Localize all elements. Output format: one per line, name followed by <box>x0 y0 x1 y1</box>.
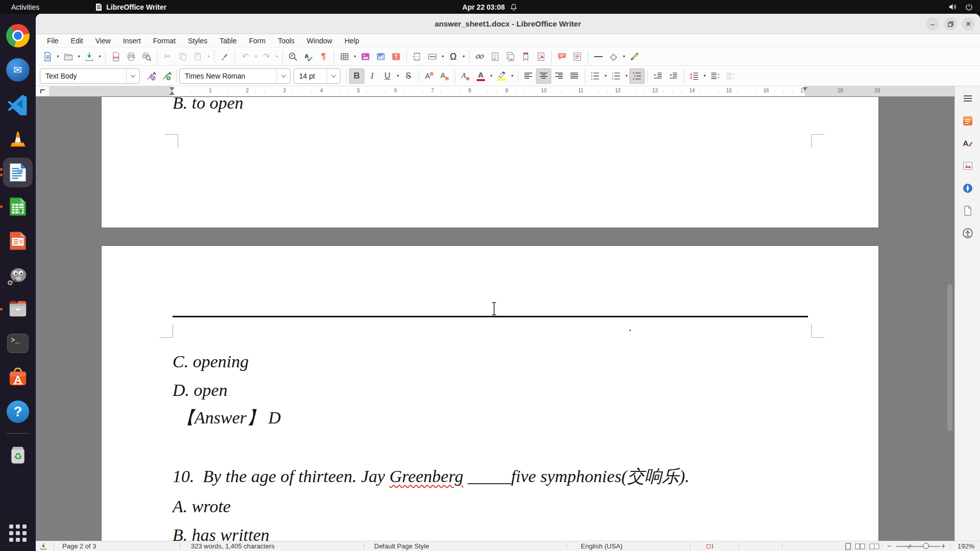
menu-format[interactable]: Format <box>147 35 182 46</box>
superscript-button[interactable]: AB <box>422 68 437 84</box>
special-character-button[interactable]: Ω <box>446 49 461 64</box>
save-dropdown[interactable]: ▾ <box>97 49 103 64</box>
paste-dropdown[interactable]: ▾ <box>206 49 211 64</box>
dock-chrome[interactable] <box>3 21 33 51</box>
special-character-dropdown[interactable]: ▾ <box>461 49 467 64</box>
dock-help[interactable]: ? <box>3 397 33 427</box>
titlebar[interactable]: answer_sheet1.docx - LibreOffice Writer … <box>36 14 980 34</box>
track-changes-button[interactable] <box>570 49 585 64</box>
selection-mode[interactable]: I <box>706 542 713 551</box>
redo-button[interactable]: ↷ <box>259 49 274 64</box>
dock-libreoffice-writer[interactable] <box>3 158 33 187</box>
document-page-2[interactable]: C. opening D. open 【Answer】 D 10. By the… <box>101 245 879 541</box>
dock-ubuntu-software[interactable]: A <box>3 363 33 392</box>
move-paragraph-button[interactable] <box>723 68 738 84</box>
increase-indent-button[interactable] <box>650 68 666 84</box>
clock[interactable]: Apr 22 03:08 <box>462 3 518 11</box>
document-horizontal-line[interactable] <box>173 316 808 317</box>
zoom-slider-knob[interactable] <box>923 543 929 549</box>
numbered-list-dropdown[interactable]: ▾ <box>624 68 629 84</box>
menu-file[interactable]: File <box>41 35 65 46</box>
text-language[interactable]: English (USA) <box>581 542 623 551</box>
bullet-list-button[interactable] <box>587 68 603 84</box>
outline-list-button[interactable] <box>629 68 645 84</box>
horizontal-ruler[interactable]: 12345678910111213141516171819 <box>49 86 954 96</box>
align-left-button[interactable] <box>521 68 536 84</box>
insert-comment-button[interactable] <box>554 49 570 64</box>
draw-functions-button[interactable] <box>627 49 642 64</box>
first-line-indent-marker[interactable] <box>169 91 175 95</box>
right-indent-marker[interactable] <box>802 87 807 91</box>
font-name-select[interactable]: Times New Roman <box>179 68 290 84</box>
italic-button[interactable]: I <box>364 68 380 84</box>
word-count[interactable]: 323 words, 1,405 characters <box>191 542 275 551</box>
restore-button[interactable] <box>944 17 957 31</box>
menu-styles[interactable]: Styles <box>182 35 213 46</box>
new-document-dropdown[interactable]: ▾ <box>55 49 61 64</box>
left-indent-marker[interactable] <box>169 87 175 91</box>
font-size-dropdown[interactable] <box>327 69 340 83</box>
font-color-dropdown[interactable]: ▾ <box>488 68 494 84</box>
dock-vscode[interactable] <box>3 89 33 119</box>
bullet-list-dropdown[interactable]: ▾ <box>603 68 608 84</box>
sidebar-styles-button[interactable]: A <box>960 135 976 152</box>
strikethrough-button[interactable]: S <box>401 68 416 84</box>
insert-table-button[interactable] <box>337 49 352 64</box>
insert-bookmark-button[interactable] <box>518 49 533 64</box>
dock-libreoffice-impress[interactable] <box>3 226 33 256</box>
page-break-button[interactable] <box>409 49 425 64</box>
align-right-button[interactable] <box>551 68 567 84</box>
print-preview-button[interactable] <box>139 49 154 64</box>
single-page-view-icon[interactable] <box>845 543 851 550</box>
line-spacing-dropdown[interactable]: ▾ <box>702 68 707 84</box>
doc-text-line[interactable]: D. open <box>173 380 228 400</box>
sidebar-navigator-button[interactable] <box>960 180 976 196</box>
sidebar-page-button[interactable] <box>960 203 976 219</box>
font-name-dropdown[interactable] <box>277 69 290 83</box>
menu-tools[interactable]: Tools <box>272 35 301 46</box>
dock-vlc[interactable] <box>3 123 33 153</box>
update-style-button[interactable]: A <box>143 68 158 84</box>
align-center-button[interactable] <box>536 68 551 84</box>
insert-chart-button[interactable] <box>373 49 388 64</box>
copy-button[interactable] <box>175 49 190 64</box>
sidebar-accessibility-check-button[interactable] <box>960 225 976 241</box>
insert-footnote-button[interactable] <box>487 49 503 64</box>
hyperlink-button[interactable] <box>472 49 487 64</box>
subscript-button[interactable]: AB <box>437 68 452 84</box>
insert-table-dropdown[interactable]: ▾ <box>352 49 358 64</box>
dock-gimp[interactable] <box>3 260 33 290</box>
menu-help[interactable]: Help <box>338 35 365 46</box>
clear-formatting-button[interactable]: A⊗ <box>458 68 473 84</box>
save-button[interactable] <box>82 49 97 64</box>
justify-button[interactable] <box>567 68 582 84</box>
insert-field-button[interactable] <box>425 49 440 64</box>
highlight-color-button[interactable] <box>494 68 509 84</box>
menu-insert[interactable]: Insert <box>117 35 147 46</box>
clone-formatting-button[interactable] <box>217 49 232 64</box>
paste-button[interactable] <box>190 49 206 64</box>
doc-text-line[interactable]: C. opening <box>173 352 249 372</box>
formatting-marks-button[interactable]: ¶ <box>316 49 331 64</box>
paragraph-style-dropdown[interactable] <box>126 69 139 83</box>
document-page-1[interactable]: B. to open <box>101 96 879 228</box>
font-size-select[interactable]: 14 pt <box>293 68 340 84</box>
cross-reference-button[interactable] <box>533 49 549 64</box>
speaker-icon[interactable] <box>948 3 957 11</box>
horizontal-line-button[interactable] <box>591 49 606 64</box>
menu-form[interactable]: Form <box>243 35 272 46</box>
line-spacing-button[interactable] <box>687 68 702 84</box>
insert-text-box-button[interactable]: T <box>388 49 404 64</box>
cut-button[interactable]: ✂ <box>160 49 175 64</box>
dock-thunderbird[interactable]: ✉ <box>3 55 33 85</box>
zoom-slider-track[interactable] <box>896 546 940 547</box>
document-canvas[interactable]: B. to open C. opening D. open 【Answer】 D… <box>36 96 954 541</box>
redo-dropdown[interactable]: ▾ <box>274 49 280 64</box>
numbered-list-button[interactable]: 123 <box>608 68 624 84</box>
minimize-button[interactable]: – <box>926 17 939 31</box>
page-indicator[interactable]: Page 2 of 3 <box>62 542 96 551</box>
sidebar-settings-button[interactable] <box>960 90 976 107</box>
menu-window[interactable]: Window <box>301 35 338 46</box>
zoom-out-button[interactable]: − <box>887 542 891 550</box>
dock-terminal[interactable]: >_ <box>3 329 33 358</box>
